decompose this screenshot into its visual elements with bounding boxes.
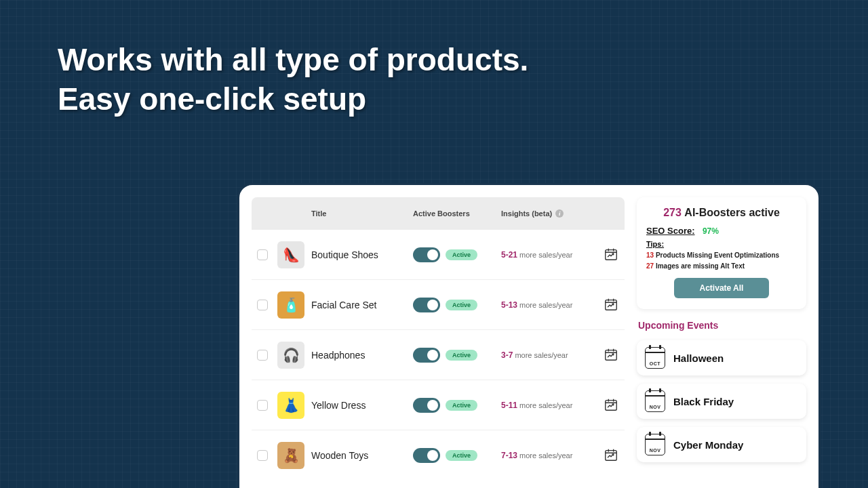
table-row: 🧴Facial Care SetActive5-13 more sales/ye… (252, 280, 625, 330)
product-title: Boutique Shoes (311, 249, 413, 260)
svg-rect-4 (606, 451, 617, 461)
column-insights: Insights (beta) i (501, 209, 603, 218)
headline-line2: Easy one-click setup (58, 80, 528, 119)
products-table: Title Active Boosters Insights (beta) i … (252, 197, 625, 488)
booster-toggle[interactable] (413, 448, 440, 463)
row-checkbox[interactable] (257, 450, 268, 461)
product-title: Headphones (311, 350, 413, 361)
activate-all-button[interactable]: Activate All (674, 278, 769, 298)
insight-text: 5-21 more sales/year (501, 250, 603, 260)
status-badge: Active (446, 450, 477, 461)
calendar-icon: NOV (645, 434, 665, 455)
event-name: Cyber Monday (673, 439, 743, 451)
svg-rect-0 (606, 249, 617, 260)
booster-toggle[interactable] (413, 298, 440, 312)
row-checkbox[interactable] (257, 300, 268, 310)
product-thumbnail: 🎧 (277, 342, 304, 369)
calendar-icon: OCT (645, 347, 665, 369)
status-badge: Active (446, 249, 477, 260)
app-window: Title Active Boosters Insights (beta) i … (237, 183, 821, 488)
product-thumbnail: 👗 (277, 392, 304, 419)
seo-value: 97% (703, 226, 719, 236)
insight-text: 5-13 more sales/year (501, 300, 603, 310)
svg-rect-2 (606, 350, 617, 360)
status-badge: Active (446, 300, 477, 310)
side-panel: 273 AI-Boosters active SEO Score: 97% Ti… (637, 197, 806, 488)
tip-line: 13 Products Missing Event Optimizations (646, 251, 797, 259)
status-badge: Active (446, 400, 477, 411)
booster-toggle[interactable] (413, 247, 440, 262)
boosters-label: AI-Boosters active (684, 207, 780, 218)
event-name: Black Friday (673, 396, 734, 407)
upcoming-events-title: Upcoming Events (638, 320, 806, 331)
svg-rect-1 (606, 300, 617, 310)
row-checkbox[interactable] (257, 400, 268, 411)
calendar-chart-icon[interactable] (603, 447, 619, 463)
calendar-chart-icon[interactable] (603, 346, 619, 363)
marketing-headline: Works with all type of products. Easy on… (58, 41, 528, 119)
boosters-heading: 273 AI-Boosters active (646, 207, 797, 219)
svg-rect-3 (606, 400, 617, 410)
calendar-icon: NOV (645, 390, 665, 412)
product-title: Yellow Dress (311, 400, 413, 411)
product-thumbnail: 🧴 (277, 291, 304, 319)
column-title: Title (311, 209, 413, 218)
table-row: 🎧HeadphonesActive3-7 more sales/year (252, 330, 625, 380)
status-badge: Active (446, 350, 477, 361)
table-row: 👠Boutique ShoesActive5-21 more sales/yea… (252, 230, 625, 280)
booster-toggle[interactable] (413, 398, 440, 413)
column-insights-label: Insights (beta) (501, 209, 552, 218)
tips-label: Tips: (646, 240, 797, 248)
event-card[interactable]: NOVBlack Friday (637, 384, 806, 419)
table-header-row: Title Active Boosters Insights (beta) i (252, 197, 625, 230)
calendar-chart-icon[interactable] (603, 396, 619, 413)
boosters-count: 273 (663, 207, 682, 218)
event-card[interactable]: NOVCyber Monday (637, 427, 806, 462)
headline-line1: Works with all type of products. (58, 41, 528, 80)
event-card[interactable]: OCTHalloween (637, 340, 806, 375)
booster-toggle[interactable] (413, 348, 440, 363)
info-icon[interactable]: i (555, 209, 564, 218)
stats-card: 273 AI-Boosters active SEO Score: 97% Ti… (637, 197, 806, 309)
seo-row: SEO Score: 97% (646, 226, 797, 236)
table-row: 👗Yellow DressActive5-11 more sales/year (252, 380, 625, 430)
table-row: 🧸Wooden ToysActive7-13 more sales/year (252, 430, 625, 481)
event-name: Halloween (673, 352, 724, 364)
seo-label: SEO Score: (646, 226, 695, 236)
calendar-chart-icon[interactable] (603, 246, 619, 262)
tip-line: 27 Images are missing Alt Text (646, 262, 797, 270)
product-thumbnail: 👠 (277, 241, 304, 268)
insight-text: 3-7 more sales/year (501, 350, 603, 360)
product-title: Wooden Toys (311, 450, 413, 461)
product-title: Facial Care Set (311, 300, 413, 310)
row-checkbox[interactable] (257, 249, 268, 260)
calendar-chart-icon[interactable] (603, 296, 619, 312)
column-boosters: Active Boosters (413, 209, 501, 218)
row-checkbox[interactable] (257, 350, 268, 361)
insight-text: 7-13 more sales/year (501, 451, 603, 460)
insight-text: 5-11 more sales/year (501, 401, 603, 410)
product-thumbnail: 🧸 (277, 442, 304, 469)
